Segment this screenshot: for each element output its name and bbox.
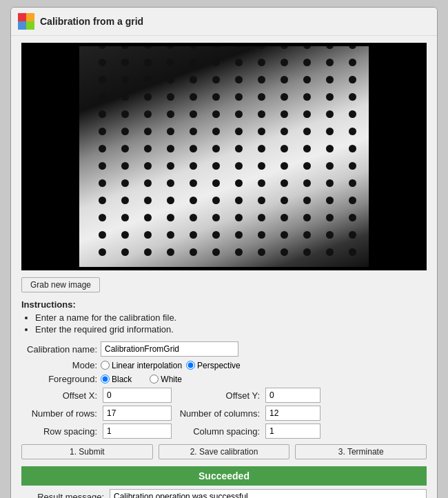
dot — [258, 145, 265, 152]
row-spacing-label: Row spacing: — [21, 426, 97, 437]
fg-white-radio-label[interactable]: White — [150, 375, 182, 384]
dot — [212, 197, 220, 204]
dot — [121, 197, 129, 204]
dot — [99, 59, 106, 66]
result-message-value: Calibration operation was successful — [110, 489, 427, 498]
dot — [258, 59, 265, 66]
result-section: Result message: Calibration operation wa… — [21, 489, 427, 498]
grab-new-image-button[interactable]: Grab new image — [21, 277, 100, 292]
dot — [212, 110, 220, 118]
dot — [144, 231, 152, 239]
dot — [281, 93, 288, 101]
title-bar: Calibration from a grid — [11, 8, 437, 36]
main-window: Calibration from a grid — [10, 7, 438, 498]
save-calibration-button[interactable]: 2. Save calibration — [159, 444, 290, 459]
dot — [303, 231, 311, 239]
dot — [235, 248, 243, 256]
dot — [349, 93, 356, 101]
logo-orange — [26, 13, 34, 21]
num-cols-label: Number of columns: — [177, 408, 260, 419]
dot — [349, 128, 356, 135]
dot — [190, 128, 197, 135]
dot — [212, 93, 220, 101]
row-spacing-input[interactable] — [103, 424, 172, 439]
instructions-section: Instructions: Enter a name for the calib… — [21, 299, 427, 335]
dot — [303, 145, 311, 152]
dot — [167, 248, 174, 256]
dot — [167, 110, 174, 118]
dot — [326, 179, 334, 187]
submit-button[interactable]: 1. Submit — [21, 444, 153, 459]
mode-row: Mode: Linear interpolation Perspective — [21, 360, 427, 370]
dot — [167, 76, 174, 83]
dot — [349, 179, 356, 187]
calibration-name-input[interactable] — [101, 341, 238, 357]
dot — [99, 46, 106, 49]
dot — [326, 128, 334, 135]
dot — [121, 214, 129, 221]
dot — [303, 128, 311, 135]
dot — [212, 46, 220, 49]
dot — [281, 248, 288, 256]
fg-white-radio[interactable] — [150, 375, 159, 384]
mode-linear-radio-label[interactable]: Linear interpolation — [101, 361, 182, 370]
dot-row — [99, 197, 356, 204]
dot — [258, 93, 265, 101]
dot — [281, 145, 288, 152]
dot — [303, 76, 311, 83]
fg-black-radio-label[interactable]: Black — [101, 375, 132, 384]
dot — [167, 179, 174, 187]
dot-row — [99, 179, 356, 187]
app-logo — [18, 13, 34, 30]
dot-row — [99, 231, 356, 239]
result-message-label: Result message: — [21, 492, 104, 499]
dot — [303, 46, 311, 49]
offset-x-input[interactable] — [103, 388, 172, 403]
dot-row — [99, 145, 356, 152]
mode-perspective-text: Perspective — [197, 361, 241, 370]
dot — [99, 110, 106, 118]
fg-white-text: White — [161, 375, 182, 384]
dot — [99, 197, 106, 204]
terminate-button[interactable]: 3. Terminate — [295, 444, 427, 459]
dot — [167, 231, 174, 239]
dot — [349, 46, 356, 49]
mode-perspective-radio[interactable] — [186, 361, 195, 370]
dot — [212, 128, 220, 135]
dot — [121, 93, 129, 101]
logo-green — [26, 21, 34, 30]
dot — [326, 46, 334, 49]
dot — [121, 179, 129, 187]
dot — [349, 214, 356, 221]
dot — [99, 248, 106, 256]
dot — [326, 197, 334, 204]
calibration-image — [79, 46, 369, 267]
dot — [258, 162, 265, 170]
num-rows-input[interactable] — [103, 406, 172, 421]
dot — [258, 197, 265, 204]
dot — [235, 162, 243, 170]
dot — [190, 162, 197, 170]
dot — [258, 214, 265, 221]
calibration-name-label: Calibration name: — [21, 344, 97, 355]
dot — [349, 76, 356, 83]
dot — [281, 46, 288, 49]
num-cols-input[interactable] — [265, 406, 320, 421]
dot — [349, 59, 356, 66]
dot — [235, 214, 243, 221]
offset-y-input[interactable] — [265, 388, 320, 403]
rows-cols-row: Number of rows: Number of columns: — [21, 406, 427, 421]
dot — [281, 214, 288, 221]
dot — [190, 110, 197, 118]
dot — [326, 76, 334, 83]
fg-black-radio[interactable] — [101, 375, 110, 384]
dot — [235, 197, 243, 204]
dot — [281, 110, 288, 118]
dot — [235, 231, 243, 239]
dot — [167, 145, 174, 152]
col-spacing-input[interactable] — [265, 424, 320, 439]
dot — [212, 59, 220, 66]
mode-perspective-radio-label[interactable]: Perspective — [186, 361, 241, 370]
dot — [326, 214, 334, 221]
mode-linear-radio[interactable] — [101, 361, 110, 370]
